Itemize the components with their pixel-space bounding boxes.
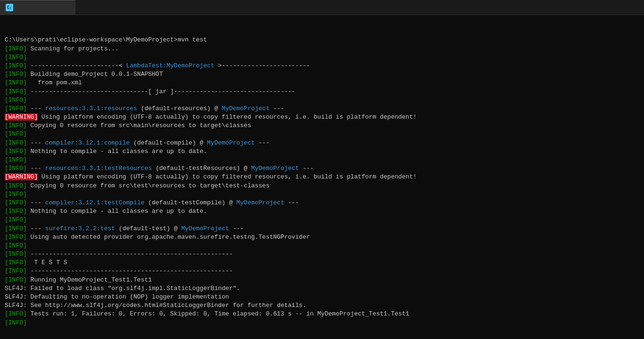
minimize-button[interactable] [579, 0, 601, 15]
terminal-line: [INFO] --- resources:3.3.1:testResources… [5, 164, 639, 173]
terminal-line: SLF4J: Failed to load class "org.slf4j.i… [5, 284, 639, 293]
terminal-line: C:\Users\prati\eclipse-workspace\MyDemoP… [5, 36, 639, 44]
new-tab-button[interactable] [78, 1, 91, 14]
terminal-line: [INFO] [5, 156, 639, 164]
terminal-line: [INFO] --- resources:3.3.1:resources (de… [5, 105, 639, 113]
terminal-line: [INFO] Building demo_Project 0.0.1-SNAPS… [5, 70, 639, 79]
terminal-line: [INFO] --- surefire:3.2.2:test (default-… [5, 225, 639, 233]
terminal-line: [INFO] Running MyDemoProject_Test1.Test1 [5, 276, 639, 284]
close-button[interactable] [622, 0, 644, 15]
terminal-line: [INFO] [5, 130, 639, 138]
terminal-line: [INFO] Copying 0 resource from src\main\… [5, 121, 639, 130]
terminal-line: [INFO] [5, 96, 639, 105]
terminal-line: SLF4J: Defaulting to no-operation (NOP) … [5, 293, 639, 301]
terminal-line: [INFO] T E S T S [5, 258, 639, 267]
terminal-line: [INFO] [5, 190, 639, 199]
tab-close-button[interactable] [61, 3, 70, 12]
terminal-line: [INFO] Scanning for projects... [5, 45, 639, 53]
terminal-line: [INFO] Nothing to compile - all classes … [5, 147, 639, 156]
terminal-line: [INFO] --------------------------------[… [5, 88, 639, 96]
window-controls [579, 0, 644, 15]
terminal-line: [INFO] --- compiler:3.12.1:testCompile (… [5, 199, 639, 207]
terminal-line: [INFO] ---------------------------------… [5, 267, 639, 275]
terminal-line: [INFO] ---------------------------------… [5, 250, 639, 258]
terminal-line: [INFO] Nothing to compile - all classes … [5, 207, 639, 216]
dropdown-button[interactable] [92, 1, 106, 14]
titlebar: C: [0, 0, 644, 15]
svg-text:C:: C: [7, 6, 12, 10]
terminal-line: [INFO] --- compiler:3.12.1:compile (defa… [5, 139, 639, 147]
terminal-line: [INFO] Using auto detected provider org.… [5, 233, 639, 242]
tab-list: C: [0, 0, 75, 15]
terminal-line: [INFO] [5, 216, 639, 224]
terminal-line: [INFO] Tests run: 1, Failures: 0, Errors… [5, 310, 639, 318]
terminal-output[interactable]: C:\Users\prati\eclipse-workspace\MyDemoP… [0, 15, 644, 339]
terminal-line: SLF4J: See http://www.slf4j.org/codes.ht… [5, 301, 639, 310]
terminal-line: [WARNING] Using platform encoding (UTF-8… [5, 173, 639, 181]
terminal-line: [INFO] [5, 242, 639, 250]
tab-icon: C: [6, 4, 13, 11]
titlebar-actions [75, 1, 108, 14]
terminal-line: [INFO] [5, 319, 639, 327]
terminal-line: [INFO] [5, 53, 639, 62]
active-tab[interactable]: C: [0, 0, 75, 15]
window: C: C:\Users\prati\eclipse-workspace\MyDe… [0, 0, 644, 339]
terminal-line: [WARNING] Using platform encoding (UTF-8… [5, 113, 639, 121]
terminal-line: [INFO] Copying 0 resource from src\test\… [5, 182, 639, 190]
terminal-line: [INFO] ------------------------< LambdaT… [5, 62, 639, 70]
maximize-button[interactable] [601, 0, 622, 15]
terminal-line: [INFO] from pom.xml [5, 79, 639, 87]
